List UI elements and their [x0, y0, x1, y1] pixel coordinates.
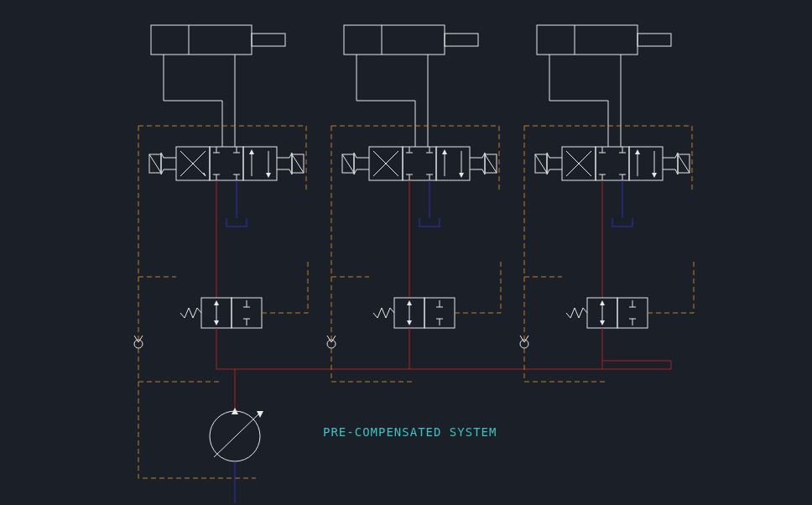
svg-rect-0 — [151, 25, 252, 55]
svg-marker-97 — [214, 300, 219, 305]
svg-marker-38 — [266, 173, 271, 178]
svg-marker-107 — [407, 300, 412, 305]
svg-line-40 — [149, 154, 161, 173]
compensator-valve-2 — [373, 298, 455, 369]
svg-rect-16 — [638, 34, 671, 46]
svg-line-65 — [485, 154, 497, 173]
svg-line-134 — [214, 413, 260, 457]
svg-line-86 — [535, 154, 547, 173]
svg-rect-69 — [596, 147, 629, 180]
svg-line-63 — [342, 154, 354, 173]
svg-marker-117 — [600, 300, 605, 305]
svg-marker-118 — [600, 320, 605, 325]
diagram-title: PRE-COMPENSATED SYSTEM — [323, 425, 497, 439]
svg-marker-61 — [459, 173, 464, 178]
svg-marker-26 — [204, 173, 206, 176]
svg-rect-70 — [629, 147, 663, 180]
svg-rect-14 — [537, 25, 638, 55]
cylinder-1 — [151, 25, 285, 147]
svg-marker-84 — [652, 173, 657, 178]
svg-point-126 — [520, 340, 528, 348]
cylinder-3 — [537, 25, 671, 147]
compensator-valve-1 — [180, 298, 262, 369]
svg-marker-83 — [635, 149, 640, 154]
hydraulic-schematic: PRE-COMPENSATED SYSTEM — [0, 0, 812, 505]
svg-rect-23 — [243, 147, 277, 180]
svg-marker-98 — [214, 320, 219, 325]
svg-line-88 — [678, 154, 690, 173]
svg-rect-9 — [445, 34, 478, 46]
svg-rect-7 — [344, 25, 445, 55]
supply-line — [216, 361, 671, 411]
svg-point-125 — [327, 340, 336, 348]
cylinder-2 — [344, 25, 478, 147]
svg-line-42 — [292, 154, 304, 173]
svg-rect-2 — [252, 34, 285, 46]
svg-marker-37 — [249, 149, 254, 154]
svg-rect-46 — [403, 147, 436, 180]
variable-pump — [210, 408, 263, 503]
tank-2 — [419, 214, 440, 226]
svg-marker-108 — [407, 320, 412, 325]
svg-marker-60 — [442, 149, 447, 154]
svg-rect-22 — [210, 147, 243, 180]
svg-rect-47 — [436, 147, 470, 180]
svg-point-124 — [134, 340, 143, 348]
tank-3 — [612, 214, 632, 226]
tank-1 — [226, 214, 247, 226]
svg-marker-135 — [257, 411, 263, 418]
compensator-valve-3 — [566, 298, 648, 369]
